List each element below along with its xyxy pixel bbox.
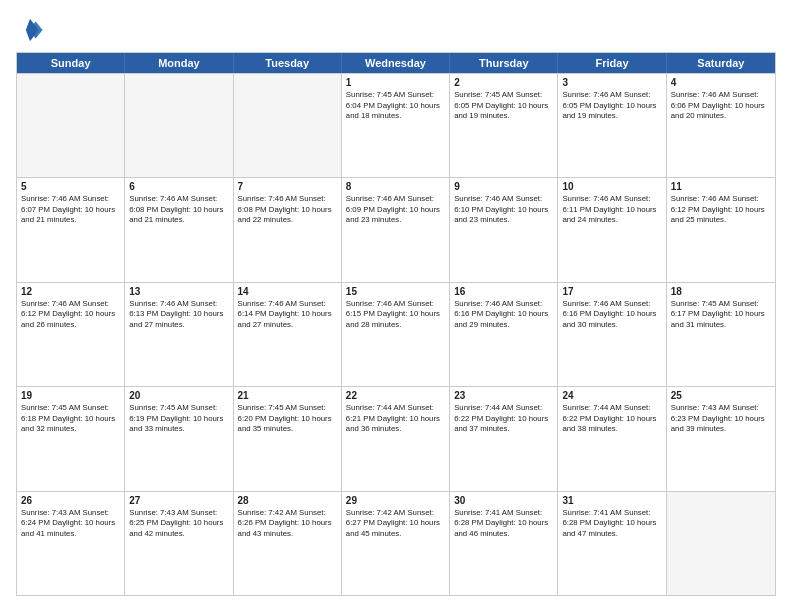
cell-info: Sunrise: 7:45 AM Sunset: 6:18 PM Dayligh… (21, 403, 120, 435)
day-number: 12 (21, 286, 120, 297)
day-number: 2 (454, 77, 553, 88)
calendar-row-4: 26Sunrise: 7:43 AM Sunset: 6:24 PM Dayli… (17, 491, 775, 595)
calendar-cell-day-6: 6Sunrise: 7:46 AM Sunset: 6:08 PM Daylig… (125, 178, 233, 281)
cell-info: Sunrise: 7:41 AM Sunset: 6:28 PM Dayligh… (454, 508, 553, 540)
calendar-cell-day-15: 15Sunrise: 7:46 AM Sunset: 6:15 PM Dayli… (342, 283, 450, 386)
calendar-cell-day-8: 8Sunrise: 7:46 AM Sunset: 6:09 PM Daylig… (342, 178, 450, 281)
day-number: 29 (346, 495, 445, 506)
day-number: 10 (562, 181, 661, 192)
day-number: 28 (238, 495, 337, 506)
cell-info: Sunrise: 7:46 AM Sunset: 6:12 PM Dayligh… (21, 299, 120, 331)
calendar-cell-empty-0-1 (125, 74, 233, 177)
cell-info: Sunrise: 7:43 AM Sunset: 6:25 PM Dayligh… (129, 508, 228, 540)
header (16, 16, 776, 44)
calendar-cell-day-29: 29Sunrise: 7:42 AM Sunset: 6:27 PM Dayli… (342, 492, 450, 595)
calendar-cell-day-30: 30Sunrise: 7:41 AM Sunset: 6:28 PM Dayli… (450, 492, 558, 595)
calendar-cell-day-24: 24Sunrise: 7:44 AM Sunset: 6:22 PM Dayli… (558, 387, 666, 490)
day-number: 30 (454, 495, 553, 506)
calendar-cell-day-2: 2Sunrise: 7:45 AM Sunset: 6:05 PM Daylig… (450, 74, 558, 177)
day-number: 8 (346, 181, 445, 192)
calendar-body: 1Sunrise: 7:45 AM Sunset: 6:04 PM Daylig… (17, 73, 775, 595)
cell-info: Sunrise: 7:46 AM Sunset: 6:16 PM Dayligh… (454, 299, 553, 331)
cell-info: Sunrise: 7:44 AM Sunset: 6:21 PM Dayligh… (346, 403, 445, 435)
calendar-cell-day-5: 5Sunrise: 7:46 AM Sunset: 6:07 PM Daylig… (17, 178, 125, 281)
day-number: 16 (454, 286, 553, 297)
day-number: 3 (562, 77, 661, 88)
calendar-cell-day-1: 1Sunrise: 7:45 AM Sunset: 6:04 PM Daylig… (342, 74, 450, 177)
cell-info: Sunrise: 7:46 AM Sunset: 6:09 PM Dayligh… (346, 194, 445, 226)
day-number: 25 (671, 390, 771, 401)
day-number: 14 (238, 286, 337, 297)
cell-info: Sunrise: 7:45 AM Sunset: 6:17 PM Dayligh… (671, 299, 771, 331)
day-number: 19 (21, 390, 120, 401)
cell-info: Sunrise: 7:45 AM Sunset: 6:04 PM Dayligh… (346, 90, 445, 122)
calendar-cell-day-10: 10Sunrise: 7:46 AM Sunset: 6:11 PM Dayli… (558, 178, 666, 281)
day-number: 11 (671, 181, 771, 192)
day-number: 1 (346, 77, 445, 88)
weekday-header-sunday: Sunday (17, 53, 125, 73)
cell-info: Sunrise: 7:46 AM Sunset: 6:16 PM Dayligh… (562, 299, 661, 331)
cell-info: Sunrise: 7:46 AM Sunset: 6:06 PM Dayligh… (671, 90, 771, 122)
weekday-header-saturday: Saturday (667, 53, 775, 73)
page: SundayMondayTuesdayWednesdayThursdayFrid… (0, 0, 792, 612)
calendar-cell-day-12: 12Sunrise: 7:46 AM Sunset: 6:12 PM Dayli… (17, 283, 125, 386)
calendar-cell-day-13: 13Sunrise: 7:46 AM Sunset: 6:13 PM Dayli… (125, 283, 233, 386)
calendar-row-0: 1Sunrise: 7:45 AM Sunset: 6:04 PM Daylig… (17, 73, 775, 177)
weekday-header-thursday: Thursday (450, 53, 558, 73)
cell-info: Sunrise: 7:41 AM Sunset: 6:28 PM Dayligh… (562, 508, 661, 540)
calendar-cell-day-19: 19Sunrise: 7:45 AM Sunset: 6:18 PM Dayli… (17, 387, 125, 490)
calendar-cell-day-25: 25Sunrise: 7:43 AM Sunset: 6:23 PM Dayli… (667, 387, 775, 490)
calendar-cell-day-9: 9Sunrise: 7:46 AM Sunset: 6:10 PM Daylig… (450, 178, 558, 281)
cell-info: Sunrise: 7:46 AM Sunset: 6:05 PM Dayligh… (562, 90, 661, 122)
calendar-cell-day-28: 28Sunrise: 7:42 AM Sunset: 6:26 PM Dayli… (234, 492, 342, 595)
calendar-cell-day-27: 27Sunrise: 7:43 AM Sunset: 6:25 PM Dayli… (125, 492, 233, 595)
cell-info: Sunrise: 7:46 AM Sunset: 6:10 PM Dayligh… (454, 194, 553, 226)
calendar-row-2: 12Sunrise: 7:46 AM Sunset: 6:12 PM Dayli… (17, 282, 775, 386)
calendar-cell-day-17: 17Sunrise: 7:46 AM Sunset: 6:16 PM Dayli… (558, 283, 666, 386)
cell-info: Sunrise: 7:46 AM Sunset: 6:15 PM Dayligh… (346, 299, 445, 331)
cell-info: Sunrise: 7:46 AM Sunset: 6:07 PM Dayligh… (21, 194, 120, 226)
calendar: SundayMondayTuesdayWednesdayThursdayFrid… (16, 52, 776, 596)
calendar-row-1: 5Sunrise: 7:46 AM Sunset: 6:07 PM Daylig… (17, 177, 775, 281)
cell-info: Sunrise: 7:46 AM Sunset: 6:08 PM Dayligh… (129, 194, 228, 226)
cell-info: Sunrise: 7:43 AM Sunset: 6:23 PM Dayligh… (671, 403, 771, 435)
cell-info: Sunrise: 7:44 AM Sunset: 6:22 PM Dayligh… (454, 403, 553, 435)
day-number: 22 (346, 390, 445, 401)
day-number: 27 (129, 495, 228, 506)
cell-info: Sunrise: 7:46 AM Sunset: 6:11 PM Dayligh… (562, 194, 661, 226)
cell-info: Sunrise: 7:46 AM Sunset: 6:08 PM Dayligh… (238, 194, 337, 226)
day-number: 15 (346, 286, 445, 297)
calendar-cell-day-7: 7Sunrise: 7:46 AM Sunset: 6:08 PM Daylig… (234, 178, 342, 281)
calendar-row-3: 19Sunrise: 7:45 AM Sunset: 6:18 PM Dayli… (17, 386, 775, 490)
day-number: 7 (238, 181, 337, 192)
calendar-cell-empty-4-6 (667, 492, 775, 595)
cell-info: Sunrise: 7:45 AM Sunset: 6:20 PM Dayligh… (238, 403, 337, 435)
day-number: 17 (562, 286, 661, 297)
day-number: 26 (21, 495, 120, 506)
calendar-cell-day-11: 11Sunrise: 7:46 AM Sunset: 6:12 PM Dayli… (667, 178, 775, 281)
weekday-header-monday: Monday (125, 53, 233, 73)
calendar-cell-day-14: 14Sunrise: 7:46 AM Sunset: 6:14 PM Dayli… (234, 283, 342, 386)
cell-info: Sunrise: 7:45 AM Sunset: 6:05 PM Dayligh… (454, 90, 553, 122)
day-number: 9 (454, 181, 553, 192)
day-number: 4 (671, 77, 771, 88)
calendar-cell-day-23: 23Sunrise: 7:44 AM Sunset: 6:22 PM Dayli… (450, 387, 558, 490)
logo-icon (16, 16, 44, 44)
cell-info: Sunrise: 7:46 AM Sunset: 6:13 PM Dayligh… (129, 299, 228, 331)
weekday-header-wednesday: Wednesday (342, 53, 450, 73)
cell-info: Sunrise: 7:46 AM Sunset: 6:14 PM Dayligh… (238, 299, 337, 331)
logo (16, 16, 48, 44)
day-number: 5 (21, 181, 120, 192)
weekday-header-friday: Friday (558, 53, 666, 73)
calendar-cell-day-26: 26Sunrise: 7:43 AM Sunset: 6:24 PM Dayli… (17, 492, 125, 595)
day-number: 13 (129, 286, 228, 297)
cell-info: Sunrise: 7:45 AM Sunset: 6:19 PM Dayligh… (129, 403, 228, 435)
calendar-cell-day-31: 31Sunrise: 7:41 AM Sunset: 6:28 PM Dayli… (558, 492, 666, 595)
calendar-cell-day-16: 16Sunrise: 7:46 AM Sunset: 6:16 PM Dayli… (450, 283, 558, 386)
calendar-cell-day-4: 4Sunrise: 7:46 AM Sunset: 6:06 PM Daylig… (667, 74, 775, 177)
weekday-header-tuesday: Tuesday (234, 53, 342, 73)
day-number: 21 (238, 390, 337, 401)
calendar-cell-day-20: 20Sunrise: 7:45 AM Sunset: 6:19 PM Dayli… (125, 387, 233, 490)
day-number: 20 (129, 390, 228, 401)
calendar-cell-day-18: 18Sunrise: 7:45 AM Sunset: 6:17 PM Dayli… (667, 283, 775, 386)
